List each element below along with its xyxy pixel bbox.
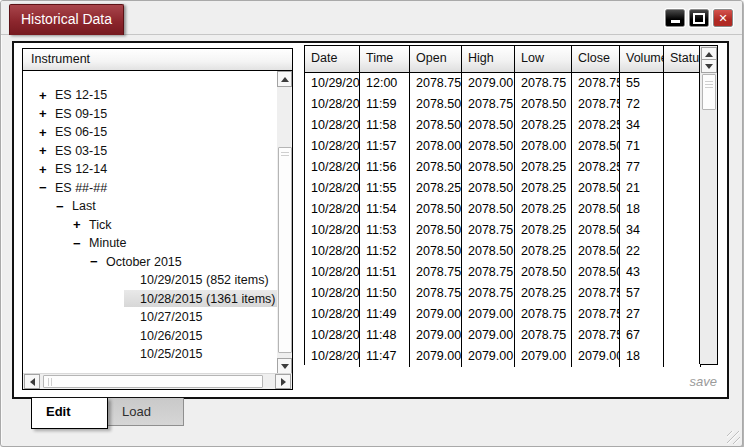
- table-row[interactable]: 10/28/201511:542078.502078.502078.252078…: [305, 199, 717, 220]
- cell-high[interactable]: 2078.50: [462, 136, 515, 157]
- cell-date[interactable]: 10/28/2015: [305, 346, 360, 367]
- cell-close[interactable]: 2078.50: [572, 136, 620, 157]
- cell-time[interactable]: 11:53: [360, 220, 410, 241]
- cell-low[interactable]: 2078.50: [515, 262, 572, 283]
- expand-icon[interactable]: +: [39, 162, 55, 177]
- cell-high[interactable]: 2078.50: [462, 157, 515, 178]
- tree-horizontal-scrollbar[interactable]: [23, 373, 292, 389]
- table-row[interactable]: 10/28/201511:482079.002079.002078.752078…: [305, 325, 717, 346]
- column-header-close[interactable]: Close: [572, 46, 620, 72]
- cell-volume[interactable]: 43: [620, 262, 664, 283]
- cell-close[interactable]: 2078.50: [572, 199, 620, 220]
- table-row[interactable]: 10/28/201511:552078.252078.502078.252078…: [305, 178, 717, 199]
- cell-close[interactable]: 2078.75: [572, 283, 620, 304]
- cell-close[interactable]: 2078.75: [572, 325, 620, 346]
- cell-date[interactable]: 10/28/2015: [305, 157, 360, 178]
- cell-volume[interactable]: 18: [620, 346, 664, 367]
- cell-open[interactable]: 2078.50: [410, 115, 462, 136]
- cell-open[interactable]: 2078.75: [410, 73, 462, 94]
- cell-volume[interactable]: 72: [620, 94, 664, 115]
- tree-hscrollbar-thumb[interactable]: [43, 375, 263, 388]
- cell-close[interactable]: 2078.50: [572, 220, 620, 241]
- grid-vertical-scrollbar[interactable]: [699, 46, 717, 364]
- cell-volume[interactable]: 21: [620, 178, 664, 199]
- expand-icon[interactable]: +: [39, 125, 55, 140]
- cell-time[interactable]: 11:47: [360, 346, 410, 367]
- cell-date[interactable]: 10/28/2015: [305, 178, 360, 199]
- table-row[interactable]: 10/28/201511:492079.002079.002078.752078…: [305, 304, 717, 325]
- cell-close[interactable]: 2078.50: [572, 241, 620, 262]
- cell-volume[interactable]: 55: [620, 73, 664, 94]
- cell-status[interactable]: [664, 262, 701, 283]
- save-link[interactable]: save: [690, 374, 717, 389]
- table-row[interactable]: 10/28/201511:472079.002079.002079.002079…: [305, 346, 717, 367]
- grid-scrollbar-thumb[interactable]: [702, 74, 716, 110]
- tree-item[interactable]: 10/25/2015: [23, 345, 277, 364]
- tree-item[interactable]: +ES 09-15: [23, 105, 277, 124]
- tree-item[interactable]: −Last: [23, 197, 277, 216]
- cell-open[interactable]: 2078.75: [410, 262, 462, 283]
- cell-low[interactable]: 2078.75: [515, 304, 572, 325]
- tab-edit[interactable]: Edit: [31, 398, 108, 429]
- expand-icon[interactable]: +: [39, 106, 55, 121]
- tree-item[interactable]: 10/28/2015 (1361 items): [23, 290, 277, 309]
- cell-time[interactable]: 11:49: [360, 304, 410, 325]
- cell-close[interactable]: 2078.25: [572, 115, 620, 136]
- cell-high[interactable]: 2078.75: [462, 283, 515, 304]
- tree-item[interactable]: 10/26/2015: [23, 327, 277, 346]
- tree-vertical-scrollbar[interactable]: [277, 71, 292, 374]
- column-header-open[interactable]: Open: [410, 46, 462, 72]
- cell-low[interactable]: 2078.25: [515, 283, 572, 304]
- cell-close[interactable]: 2078.25: [572, 157, 620, 178]
- tree-item[interactable]: +Tick: [23, 216, 277, 235]
- tree-item[interactable]: −October 2015: [23, 253, 277, 272]
- cell-time[interactable]: 11:51: [360, 262, 410, 283]
- cell-time[interactable]: 11:57: [360, 136, 410, 157]
- cell-open[interactable]: 2078.50: [410, 241, 462, 262]
- cell-high[interactable]: 2079.00: [462, 325, 515, 346]
- cell-open[interactable]: 2078.50: [410, 220, 462, 241]
- cell-high[interactable]: 2079.00: [462, 346, 515, 367]
- tree-item[interactable]: +ES 12-15: [23, 86, 277, 105]
- cell-low[interactable]: 2078.25: [515, 157, 572, 178]
- cell-status[interactable]: [664, 220, 701, 241]
- scroll-up-button[interactable]: [277, 71, 292, 87]
- cell-date[interactable]: 10/28/2015: [305, 241, 360, 262]
- scroll-down-button[interactable]: [701, 59, 717, 73]
- cell-status[interactable]: [664, 346, 701, 367]
- table-row[interactable]: 10/28/201511:522078.502078.502078.252078…: [305, 241, 717, 262]
- cell-open[interactable]: 2079.00: [410, 346, 462, 367]
- collapse-icon[interactable]: −: [56, 199, 72, 214]
- cell-date[interactable]: 10/28/2015: [305, 283, 360, 304]
- table-row[interactable]: 10/28/201511:512078.752078.752078.502078…: [305, 262, 717, 283]
- cell-low[interactable]: 2078.25: [515, 199, 572, 220]
- cell-low[interactable]: 2078.25: [515, 178, 572, 199]
- expand-icon[interactable]: +: [73, 217, 89, 232]
- cell-date[interactable]: 10/28/2015: [305, 136, 360, 157]
- column-header-status[interactable]: Status: [664, 46, 701, 72]
- table-row[interactable]: 10/28/201511:532078.502078.752078.252078…: [305, 220, 717, 241]
- cell-open[interactable]: 2079.00: [410, 325, 462, 346]
- column-header-low[interactable]: Low: [515, 46, 572, 72]
- cell-open[interactable]: 2079.00: [410, 304, 462, 325]
- tree-item[interactable]: +ES 06-15: [23, 123, 277, 142]
- cell-volume[interactable]: 67: [620, 325, 664, 346]
- cell-time[interactable]: 11:48: [360, 325, 410, 346]
- cell-high[interactable]: 2079.00: [462, 304, 515, 325]
- cell-date[interactable]: 10/28/2015: [305, 304, 360, 325]
- cell-date[interactable]: 10/28/2015: [305, 325, 360, 346]
- cell-high[interactable]: 2078.50: [462, 178, 515, 199]
- cell-status[interactable]: [664, 136, 701, 157]
- expand-icon[interactable]: +: [39, 143, 55, 158]
- cell-low[interactable]: 2078.25: [515, 241, 572, 262]
- cell-high[interactable]: 2078.75: [462, 94, 515, 115]
- cell-status[interactable]: [664, 304, 701, 325]
- cell-low[interactable]: 2078.25: [515, 220, 572, 241]
- cell-low[interactable]: 2079.00: [515, 346, 572, 367]
- cell-close[interactable]: 2078.75: [572, 94, 620, 115]
- close-button[interactable]: ✕: [713, 9, 733, 27]
- cell-time[interactable]: 11:54: [360, 199, 410, 220]
- tree-item[interactable]: +ES 03-15: [23, 142, 277, 161]
- cell-volume[interactable]: 57: [620, 283, 664, 304]
- cell-open[interactable]: 2078.50: [410, 157, 462, 178]
